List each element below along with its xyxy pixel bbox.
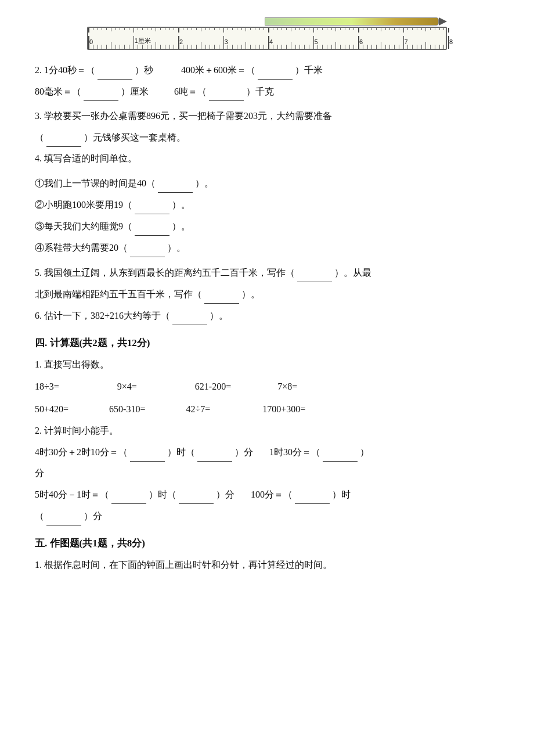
math-item-3: 621-200= (195, 376, 231, 397)
section-4: ①我们上一节课的时间是40（ ）。 ②小明跑100米要用19（ ）。 ③每天我们… (35, 174, 499, 257)
ruler-inner: 01厘米2345678 (88, 28, 446, 49)
section-2: 2. 1分40秒＝（ ）秒 400米＋600米＝（ ）千米 80毫米＝（ ）厘米… (35, 60, 499, 101)
blank-t1 (130, 442, 165, 462)
q3-text2: （ ）元钱够买这一套桌椅。 (35, 128, 499, 147)
q4-intro: 4. 填写合适的时间单位。 (35, 149, 499, 168)
q5-text1: 5. 我国领土辽阔，从东到西最长的距离约五千二百千米，写作（ ）。从最 (35, 263, 499, 282)
blank-10 (297, 263, 332, 282)
ruler-section: 01厘米2345678 (87, 17, 447, 50)
blank-3 (84, 82, 118, 101)
blank-8 (135, 217, 169, 236)
blank-2 (258, 60, 293, 80)
blank-9 (130, 238, 165, 257)
blank-t7 (46, 506, 81, 525)
blank-t5 (179, 485, 214, 504)
section-four-title: 四. 计算题(共2题，共12分) (35, 333, 499, 353)
math-item-7: 42÷7= (186, 399, 210, 419)
q6-text: 6. 估计一下，382+216大约等于（ ）。 (35, 306, 499, 325)
pencil-tip (439, 17, 447, 26)
q4-4: ④系鞋带大约需要20（ ）。 (35, 238, 499, 257)
drawing-q: 1. 根据作息时间，在下面的钟面上画出时针和分针，再计算经过的时间。 (35, 556, 499, 574)
time-row-2: 5时40分－1时＝（ ）时（ ）分 100分＝（ ）时 (35, 485, 499, 504)
calc-intro: 1. 直接写出得数。 (35, 355, 499, 374)
pencil-body (265, 17, 439, 26)
time-row-1b: 分 (35, 464, 499, 483)
section-5: 5. 我国领土辽阔，从东到西最长的距离约五千二百千米，写作（ ）。从最 北到最南… (35, 263, 499, 325)
q5-text2: 北到最南端相距约五千五百千米，写作（ ）。 (35, 285, 499, 304)
q3-text: 3. 学校要买一张办公桌需要896元，买一把椅子需要203元，大约需要准备 (35, 107, 499, 125)
blank-5 (46, 128, 81, 147)
blank-t2 (197, 442, 232, 462)
time-row-2b: （ ）分 (35, 506, 499, 525)
q2-line1: 2. 1分40秒＝（ ）秒 400米＋600米＝（ ）千米 (35, 60, 499, 80)
section-four: 四. 计算题(共2题，共12分) 1. 直接写出得数。 18÷3= 9×4= 6… (35, 333, 499, 525)
q4-2: ②小明跑100米要用19（ ）。 (35, 195, 499, 214)
blank-12 (172, 306, 207, 325)
blank-t3 (323, 442, 358, 462)
blank-7 (135, 195, 169, 214)
ruler-bar: 01厘米2345678 (87, 27, 447, 50)
math-item-5: 50+420= (35, 399, 68, 419)
section-five-title: 五. 作图题(共1题，共8分) (35, 534, 499, 553)
math-item-1: 18÷3= (35, 376, 59, 397)
math-item-8: 1700+300= (262, 399, 305, 419)
math-row-1: 18÷3= 9×4= 621-200= 7×8= (35, 376, 499, 397)
blank-1 (98, 60, 132, 80)
section-3: 3. 学校要买一张办公桌需要896元，买一把椅子需要203元，大约需要准备 （ … (35, 107, 499, 168)
math-item-6: 650-310= (109, 399, 145, 419)
time-intro: 2. 计算时间小能手。 (35, 422, 499, 440)
blank-6 (158, 174, 193, 193)
math-item-4: 7×8= (277, 376, 297, 397)
pencil-row (87, 17, 447, 26)
blank-t6 (295, 485, 330, 504)
blank-t4 (111, 485, 146, 504)
blank-4 (209, 82, 244, 101)
q2-line2: 80毫米＝（ ）厘米 6吨＝（ ）千克 (35, 82, 499, 101)
section-five: 五. 作图题(共1题，共8分) 1. 根据作息时间，在下面的钟面上画出时针和分针… (35, 534, 499, 574)
math-item-2: 9×4= (117, 376, 137, 397)
blank-11 (204, 285, 239, 304)
math-row-2: 50+420= 650-310= 42÷7= 1700+300= (35, 399, 499, 419)
time-row-1: 4时30分＋2时10分＝（ ）时（ ）分 1时30分＝（ ） (35, 442, 499, 462)
q4-3: ③每天我们大约睡觉9（ ）。 (35, 217, 499, 236)
q4-1: ①我们上一节课的时间是40（ ）。 (35, 174, 499, 193)
